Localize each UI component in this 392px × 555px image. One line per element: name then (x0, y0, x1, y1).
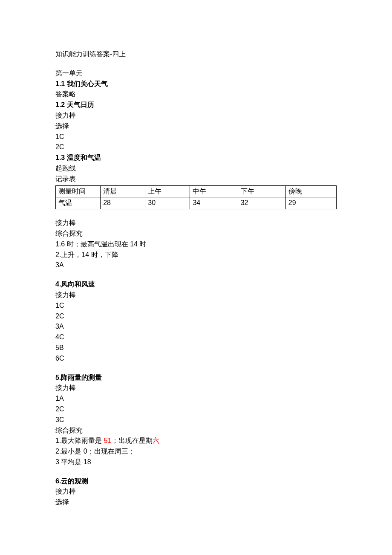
temperature-table: 测量时间 清晨 上午 中午 下午 傍晚 气温 28 30 34 32 29 (55, 185, 337, 210)
table-cell: 中午 (190, 185, 238, 197)
section-1-3-heading: 1.3 温度和气温 (55, 153, 337, 163)
section-1-2-heading: 1.2 天气日历 (55, 100, 337, 110)
doc-title: 知识能力训练答案-四上 (55, 49, 337, 60)
answer-line: 2.最小是 0；出现在周三； (55, 446, 337, 457)
answer-line: 1A (55, 393, 337, 404)
answer-line: 1.6 时；最高气温出现在 14 时 (55, 239, 337, 250)
answer-line: 3A (55, 321, 337, 332)
table-header-row: 测量时间 清晨 上午 中午 下午 傍晚 (56, 185, 337, 197)
table-cell: 下午 (238, 185, 285, 197)
text-line: 接力棒 (55, 383, 337, 393)
text-line: 选择 (55, 121, 337, 132)
text-line: 接力棒 (55, 290, 337, 301)
section-6-heading: 6.云的观测 (55, 476, 337, 487)
table-cell: 上午 (145, 185, 190, 197)
text-fragment: 1.最大降雨量是 (55, 437, 104, 444)
section-1-1-heading: 1.1 我们关心天气 (55, 79, 337, 90)
answer-line: 1.最大降雨量是 51；出现在星期六 (55, 436, 337, 446)
table-cell: 29 (285, 197, 336, 209)
answer-line: 5B (55, 343, 337, 353)
table-cell: 气温 (56, 197, 101, 209)
unit-heading: 第一单元 (55, 68, 337, 79)
answer-line: 4C (55, 332, 337, 343)
section-5-heading: 5.降雨量的测量 (55, 373, 337, 383)
table-cell: 清晨 (101, 185, 145, 197)
text-line: 综合探究 (55, 228, 337, 239)
table-cell: 34 (190, 197, 238, 209)
table-cell: 30 (145, 197, 190, 209)
answer-line: 3 平均是 18 (55, 457, 337, 468)
text-line: 记录表 (55, 174, 337, 185)
text-line: 选择 (55, 497, 337, 508)
text-line: 接力棒 (55, 486, 337, 497)
text-line: 综合探究 (55, 425, 337, 436)
answer-line: 1C (55, 132, 337, 142)
highlight-text: 六 (153, 437, 159, 444)
answer-line: 2C (55, 311, 337, 322)
answer-line: 6C (55, 353, 337, 364)
text-line: 起跑线 (55, 163, 337, 174)
highlight-text: 51 (104, 437, 112, 444)
text-line: 接力棒 (55, 218, 337, 228)
answer-line: 2.上升，14 时，下降 (55, 250, 337, 260)
section-4-heading: 4.风向和风速 (55, 279, 337, 290)
table-cell: 32 (238, 197, 285, 209)
table-cell: 28 (101, 197, 145, 209)
table-cell: 傍晚 (285, 185, 336, 197)
answer-line: 2C (55, 142, 337, 153)
answer-line: 3C (55, 415, 337, 425)
text-line: 答案略 (55, 89, 337, 100)
text-fragment: ；出现在星期 (112, 437, 153, 444)
answer-line: 2C (55, 404, 337, 415)
text-line: 接力棒 (55, 110, 337, 121)
table-row: 气温 28 30 34 32 29 (56, 197, 337, 209)
answer-line: 1C (55, 301, 337, 311)
table-cell: 测量时间 (56, 185, 101, 197)
answer-line: 3A (55, 260, 337, 271)
